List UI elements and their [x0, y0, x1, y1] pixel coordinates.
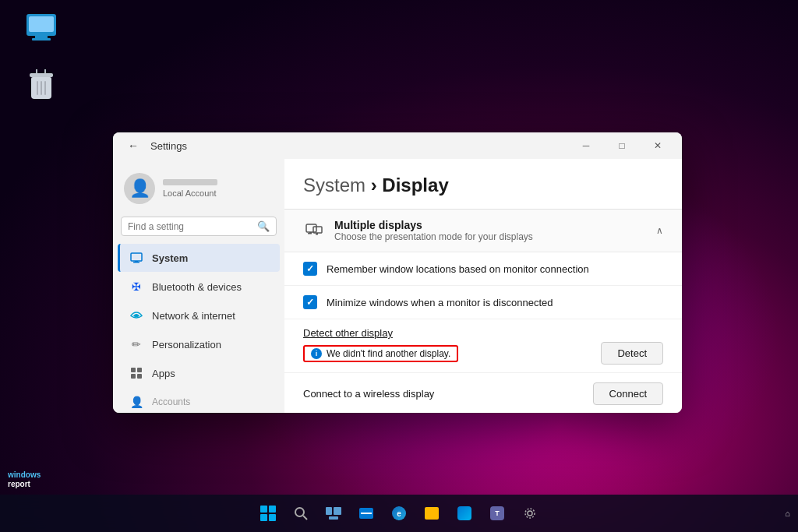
svg-point-19 — [525, 509, 535, 518]
task-view-icon — [326, 507, 341, 520]
svg-point-18 — [528, 511, 532, 516]
svg-rect-5 — [131, 374, 136, 379]
network-icon — [129, 308, 144, 323]
close-button[interactable]: ✕ — [640, 132, 676, 159]
taskbar: e T ⌂ — [0, 495, 798, 532]
main-content: System › Display — [284, 159, 682, 413]
taskbar-right: ⌂ — [785, 509, 790, 518]
minimize-windows-label: Minimize windows when a monitor is disco… — [327, 297, 553, 308]
user-type: Local Account — [163, 188, 217, 198]
avatar: 👤 — [124, 173, 155, 204]
accounts-label: Accounts — [152, 396, 190, 407]
svg-rect-4 — [137, 368, 142, 372]
desktop-icon-recycle[interactable] — [14, 69, 69, 100]
search-icon — [294, 506, 308, 520]
wireless-display-label: Connect to a wireless display — [303, 388, 434, 400]
multiple-displays-icon — [303, 220, 325, 241]
monitor-icon — [26, 12, 57, 43]
task-view-button[interactable] — [320, 499, 348, 527]
minimize-windows-checkbox[interactable]: ✓ — [303, 295, 317, 309]
user-info: Local Account — [163, 179, 217, 198]
user-profile[interactable]: 👤 Local Account — [113, 165, 284, 217]
photos-taskbar-icon[interactable] — [450, 499, 478, 527]
multiple-displays-section: Multiple displays Choose the presentatio… — [284, 210, 682, 413]
teams-taskbar-icon[interactable]: T — [483, 499, 511, 527]
apps-label: Apps — [152, 368, 175, 379]
svg-rect-17 — [329, 516, 338, 520]
detect-display-row: Detect other display i We didn't find an… — [284, 319, 682, 373]
system-icon — [129, 250, 144, 266]
search-icon: 🔍 — [257, 220, 270, 232]
section-title: Multiple displays — [334, 219, 533, 231]
windows-logo-icon — [260, 506, 276, 521]
window-title: Settings — [150, 140, 187, 152]
svg-rect-16 — [334, 507, 341, 515]
svg-rect-9 — [309, 232, 312, 234]
svg-rect-12 — [316, 233, 318, 234]
apps-icon — [129, 365, 144, 381]
desktop-icon-monitor[interactable] — [14, 12, 69, 43]
section-header[interactable]: Multiple displays Choose the presentatio… — [284, 210, 682, 252]
svg-rect-15 — [326, 507, 332, 515]
section-title-group: Multiple displays Choose the presentatio… — [334, 219, 533, 242]
search-input[interactable] — [128, 221, 257, 232]
sidebar: 👤 Local Account 🔍 — [113, 159, 284, 413]
user-name-blurred — [163, 179, 217, 185]
recycle-bin-icon — [26, 69, 57, 100]
network-label: Network & internet — [152, 310, 235, 322]
system-tray: ⌂ — [785, 509, 790, 518]
minimize-button[interactable]: ─ — [568, 132, 604, 159]
start-button[interactable] — [254, 499, 282, 527]
maximize-button[interactable]: □ — [604, 132, 640, 159]
sidebar-item-bluetooth[interactable]: ✠ Bluetooth & devices — [118, 273, 280, 301]
edge-taskbar-icon[interactable]: e — [385, 499, 413, 527]
checkmark-icon-2: ✓ — [306, 297, 314, 308]
checkmark-icon: ✓ — [306, 263, 314, 274]
taskbar-center: e T — [254, 499, 544, 527]
detect-row-inner: i We didn't find another display. Detect — [303, 342, 663, 365]
window-content: 👤 Local Account 🔍 — [113, 159, 682, 413]
mail-taskbar-icon[interactable] — [352, 499, 380, 527]
sidebar-item-accounts[interactable]: 👤 Accounts — [118, 388, 280, 413]
search-box[interactable]: 🔍 — [121, 217, 277, 236]
title-bar-left: ← Settings — [122, 135, 187, 157]
connect-button[interactable]: Connect — [593, 382, 663, 405]
breadcrumb-parent: System — [303, 174, 365, 196]
breadcrumb-current: Display — [382, 174, 448, 196]
sidebar-item-apps[interactable]: Apps — [118, 359, 280, 387]
detect-display-label: Detect other display — [303, 327, 663, 339]
personalization-label: Personalization — [152, 339, 221, 351]
files-taskbar-icon[interactable] — [418, 499, 446, 527]
svg-rect-3 — [131, 368, 136, 372]
settings-taskbar-icon[interactable] — [516, 499, 544, 527]
svg-rect-2 — [135, 261, 138, 262]
setting-remember-windows: ✓ Remember window locations based on mon… — [284, 252, 682, 286]
back-button[interactable]: ← — [122, 135, 144, 157]
detect-button[interactable]: Detect — [601, 342, 663, 365]
section-header-left: Multiple displays Choose the presentatio… — [303, 219, 533, 242]
remember-windows-label: Remember window locations based on monit… — [327, 263, 589, 275]
chevron-up-icon: ∧ — [656, 225, 663, 236]
remember-windows-checkbox[interactable]: ✓ — [303, 262, 317, 276]
page-header: System › Display — [284, 159, 682, 210]
svg-rect-0 — [131, 253, 142, 261]
accounts-icon: 👤 — [129, 394, 144, 410]
settings-window: ← Settings ─ □ ✕ 👤 Local Acc — [113, 132, 682, 413]
sidebar-item-personalization[interactable]: ✏ Personalization — [118, 330, 280, 358]
bluetooth-label: Bluetooth & devices — [152, 281, 242, 293]
sidebar-item-network[interactable]: Network & internet — [118, 301, 280, 329]
setting-minimize-windows: ✓ Minimize windows when a monitor is dis… — [284, 286, 682, 319]
wireless-display-row: Connect to a wireless display Connect — [284, 373, 682, 413]
bluetooth-icon: ✠ — [129, 279, 144, 294]
system-label: System — [152, 252, 188, 264]
detect-message-box: i We didn't find another display. — [303, 345, 458, 362]
title-bar: ← Settings ─ □ ✕ — [113, 132, 682, 159]
taskbar-search-button[interactable] — [287, 499, 315, 527]
sidebar-item-system[interactable]: System — [118, 244, 280, 272]
svg-rect-6 — [137, 374, 142, 379]
breadcrumb-separator: › — [371, 174, 383, 196]
windows-report-logo: windows report — [8, 470, 41, 489]
page-title: System › Display — [303, 174, 663, 196]
svg-line-14 — [303, 516, 307, 520]
info-icon: i — [311, 348, 322, 359]
